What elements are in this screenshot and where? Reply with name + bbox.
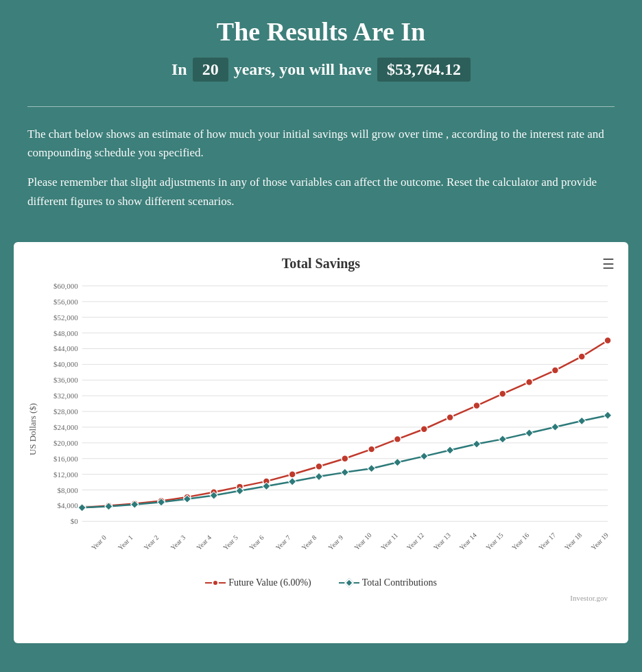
tc-dot-9 [315, 472, 322, 480]
fv-dot-8 [289, 471, 296, 478]
tc-dot-11 [368, 464, 375, 472]
svg-text:$32,000: $32,000 [54, 392, 78, 400]
svg-text:Year 13: Year 13 [432, 531, 453, 551]
svg-text:$44,000: $44,000 [54, 344, 78, 352]
fv-dot-9 [316, 463, 322, 470]
chart-svg: US Dollars ($) $60,000 $56,000 $52,000 $… [27, 278, 615, 566]
tc-dot-16 [499, 435, 506, 443]
subtitle-before: In [171, 60, 187, 79]
svg-text:Year 3: Year 3 [169, 533, 187, 551]
fv-dot-10 [342, 455, 348, 462]
contributions-legend-label: Total Contributions [362, 577, 437, 588]
tc-dot-13 [420, 452, 428, 459]
svg-text:$20,000: $20,000 [54, 439, 78, 447]
svg-text:$48,000: $48,000 [54, 328, 78, 337]
svg-text:Year 7: Year 7 [274, 533, 292, 551]
chart-title: Total Savings [282, 256, 360, 272]
svg-text:Year 6: Year 6 [248, 533, 265, 551]
subtitle-row: In 20 years, you will have $53,764.12 [27, 58, 615, 82]
svg-text:Year 10: Year 10 [353, 531, 373, 551]
fv-dot-13 [420, 426, 427, 433]
years-highlight: 20 [193, 58, 228, 82]
tc-dot-12 [394, 458, 401, 466]
svg-text:Year 4: Year 4 [195, 533, 213, 551]
tc-dot-18 [551, 423, 559, 431]
chart-menu-icon[interactable]: ☰ [602, 256, 615, 272]
svg-text:$8,000: $8,000 [58, 485, 79, 494]
svg-text:Year 9: Year 9 [326, 533, 344, 551]
svg-text:Year 17: Year 17 [537, 531, 558, 551]
page-title: The Results Are In [27, 16, 615, 47]
svg-text:Year 11: Year 11 [379, 531, 399, 551]
tc-dot-15 [473, 440, 480, 448]
svg-text:Year 15: Year 15 [484, 531, 505, 551]
tc-dot-8 [289, 477, 296, 485]
fv-dot-18 [551, 367, 558, 374]
future-value-legend-label: Future Value (6.00%) [228, 577, 311, 588]
chart-container: Total Savings ☰ US Dollars ($) $60,000 $… [14, 242, 628, 643]
tc-dot-17 [525, 429, 533, 437]
svg-text:$40,000: $40,000 [54, 360, 78, 368]
future-value-line [82, 340, 608, 507]
svg-text:$52,000: $52,000 [54, 313, 78, 321]
svg-text:$4,000: $4,000 [58, 501, 79, 509]
section-divider [27, 106, 615, 107]
fv-dot-14 [447, 413, 453, 420]
description-paragraph-1: The chart below shows an estimate of how… [27, 125, 615, 162]
svg-text:Year 5: Year 5 [222, 533, 239, 551]
svg-text:$28,000: $28,000 [54, 407, 78, 416]
svg-text:$60,000: $60,000 [54, 282, 78, 290]
svg-text:Year 16: Year 16 [510, 531, 531, 551]
svg-text:Year 19: Year 19 [589, 531, 610, 551]
svg-text:Year 1: Year 1 [117, 533, 134, 551]
chart-legend: Future Value (6.00%) Total Contributions [27, 577, 615, 588]
investor-credit: Investor.gov [27, 594, 615, 602]
svg-text:Year 12: Year 12 [405, 531, 426, 551]
svg-text:Year 14: Year 14 [457, 531, 478, 551]
description-paragraph-2: Please remember that slight adjustments … [27, 173, 615, 210]
fv-dot-16 [499, 390, 506, 397]
tc-dot-19 [578, 417, 586, 424]
chart-area: US Dollars ($) $60,000 $56,000 $52,000 $… [27, 278, 615, 566]
header-section: The Results Are In In 20 years, you will… [0, 0, 642, 95]
fv-dot-15 [473, 402, 480, 409]
svg-text:$24,000: $24,000 [54, 423, 78, 431]
legend-contributions: Total Contributions [339, 577, 437, 588]
svg-text:$36,000: $36,000 [54, 376, 78, 384]
amount-highlight: $53,764.12 [377, 58, 471, 82]
svg-text:$12,000: $12,000 [54, 470, 78, 478]
svg-text:$56,000: $56,000 [54, 298, 78, 306]
description-section: The chart below shows an estimate of how… [0, 118, 642, 235]
svg-text:$16,000: $16,000 [54, 454, 78, 462]
y-axis-label: US Dollars ($) [27, 403, 38, 455]
fv-dot-12 [394, 435, 401, 442]
tc-dot-14 [446, 446, 453, 454]
svg-text:Year 2: Year 2 [143, 533, 160, 551]
legend-future-value: Future Value (6.00%) [205, 577, 311, 588]
fv-dot-20 [604, 337, 611, 344]
svg-text:Year 0: Year 0 [90, 533, 108, 551]
fv-dot-11 [368, 446, 375, 453]
fv-dot-17 [526, 379, 533, 385]
svg-text:Year 18: Year 18 [563, 531, 584, 551]
fv-dot-19 [578, 353, 585, 360]
chart-header: Total Savings ☰ [27, 256, 615, 272]
svg-text:$0: $0 [71, 517, 78, 525]
subtitle-middle: years, you will have [234, 60, 372, 79]
tc-dot-20 [604, 411, 611, 419]
svg-text:Year 8: Year 8 [300, 533, 318, 551]
tc-dot-10 [341, 468, 348, 476]
